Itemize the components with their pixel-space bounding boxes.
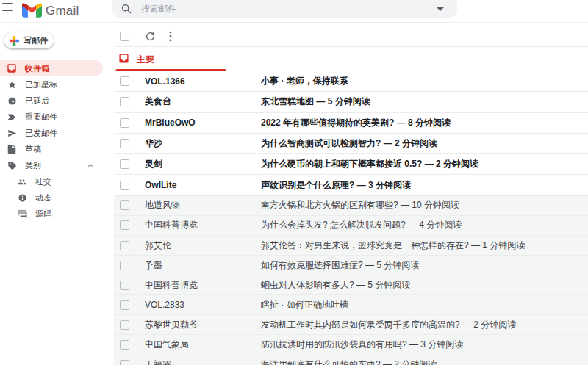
search-bar — [112, 0, 457, 18]
collapse-chevron-icon[interactable] — [88, 163, 93, 167]
email-row[interactable]: 美食台 东北雪糕地图 — 5 分钟阅读 — [114, 92, 588, 112]
email-subject: 小事 · 老师，保持联系 — [261, 75, 588, 87]
email-checkbox[interactable] — [120, 159, 129, 169]
email-row[interactable]: 苏黎世贝勒爷 发动机工作时其内部是如何承受两千多度的高温的? — 2 分钟阅读 — [114, 315, 588, 335]
more-options-icon[interactable] — [169, 31, 172, 42]
email-row[interactable]: 中国科普博览 为什么会掉头发? 怎么解决脱发问题? — 4 分钟阅读 — [114, 216, 588, 236]
sidebar-item-label: 已延后 — [25, 95, 49, 106]
email-checkbox[interactable] — [120, 320, 129, 330]
email-row[interactable]: 灵剑 为什么硬币的朝上和朝下概率都接近 0.5? — 2 分钟阅读 — [114, 154, 588, 175]
sidebar-item-important[interactable]: 重要邮件 — [0, 109, 110, 125]
email-subject: 东北雪糕地图 — 5 分钟阅读 — [261, 95, 588, 108]
email-subject: 发动机工作时其内部是如何承受两千多度的高温的? — 2 分钟阅读 — [261, 319, 588, 331]
email-subject: 为什么智商测试可以检测智力? — 2 分钟阅读 — [261, 137, 588, 150]
email-checkbox[interactable] — [120, 261, 129, 270]
search-options-dropdown-icon[interactable] — [437, 7, 444, 11]
email-sender: 华沙 — [145, 137, 261, 150]
email-sender: 美食台 — [145, 95, 261, 108]
sidebar-nav: 收件箱 已加星标 已延后 重要邮件 已发邮件 — [0, 60, 110, 222]
email-checkbox[interactable] — [120, 241, 129, 250]
email-list: VOL.1366 小事 · 老师，保持联系 美食台 东北雪糕地图 — 5 分钟阅… — [114, 71, 588, 365]
gmail-logo-icon — [22, 2, 42, 18]
sidebar-item-categories[interactable]: 类别 — [0, 157, 110, 173]
email-row[interactable]: 中国科普博览 蛔虫对人体影响有多大? — 5 分钟阅读 — [114, 275, 588, 295]
email-row[interactable]: 郭艾伦 郭艾伦答：对男生来说，篮球究竟是一种怎样的存在? — 1 分钟阅读 — [114, 236, 588, 256]
search-input[interactable] — [141, 4, 437, 14]
select-all-checkbox[interactable] — [120, 32, 129, 41]
email-sender: 王福霖 — [145, 358, 261, 365]
email-checkbox[interactable] — [120, 200, 129, 210]
sidebar: 写邮件 收件箱 已加星标 已延后 重要邮件 — [0, 23, 110, 365]
email-checkbox[interactable] — [120, 76, 129, 86]
sidebar-item-inbox[interactable]: 收件箱 — [0, 60, 103, 76]
email-row[interactable]: 地道风物 南方火锅和北方火锅的区别有哪些? — 10 分钟阅读 — [114, 196, 588, 216]
email-subject: 瞎扯 · 如何正确地吐槽 — [261, 299, 588, 311]
email-subject: 如何有效克服选择困难症? — 5 分钟阅读 — [261, 259, 588, 272]
draft-icon — [7, 144, 17, 154]
inbox-icon — [7, 63, 17, 73]
primary-tab-icon — [118, 53, 129, 64]
menu-icon[interactable] — [2, 3, 13, 11]
sidebar-item-label: 已发邮件 — [25, 128, 57, 139]
email-sender: VOL.1366 — [145, 76, 261, 87]
sidebar-item-snoozed[interactable]: 已延后 — [0, 93, 110, 109]
email-subject: 海洋里到底有什么可怕的东西? — 2 分钟阅读 — [261, 358, 588, 365]
star-icon — [7, 79, 17, 90]
importance-marker-icon — [7, 112, 17, 122]
email-row[interactable]: MrBlueOwO 2022 年有哪些值得期待的英美剧? — 8 分钟阅读 — [114, 113, 588, 134]
email-subject: 为什么硬币的朝上和朝下概率都接近 0.5? — 2 分钟阅读 — [261, 158, 588, 170]
email-sender: 苏黎世贝勒爷 — [145, 319, 261, 331]
info-icon — [17, 192, 27, 203]
email-row[interactable]: 中国气象局 防汛抗洪时用的防汛沙袋真的有用吗? — 3 分钟阅读 — [114, 335, 588, 355]
sidebar-item-starred[interactable]: 已加星标 — [0, 76, 110, 93]
email-checkbox[interactable] — [120, 281, 129, 290]
label-icon — [7, 160, 17, 170]
sidebar-item-social[interactable]: 社交 — [0, 173, 110, 189]
compose-button[interactable]: 写邮件 — [4, 32, 54, 48]
email-sender: 中国科普博览 — [145, 219, 261, 231]
email-checkbox[interactable] — [120, 181, 129, 190]
search-icon[interactable] — [121, 4, 132, 14]
sidebar-item-forums[interactable]: 源码 — [0, 206, 110, 222]
email-row[interactable]: 予墨 如何有效克服选择困难症? — 5 分钟阅读 — [114, 256, 588, 275]
email-subject: 郭艾伦答：对男生来说，篮球究竟是一种怎样的存在? — 1 分钟阅读 — [261, 239, 588, 252]
multicolor-plus-icon — [10, 36, 19, 46]
email-checkbox[interactable] — [120, 340, 129, 350]
email-sender: 中国科普博览 — [145, 279, 261, 292]
email-row[interactable]: VOL.2833 瞎扯 · 如何正确地吐槽 — [114, 295, 588, 315]
email-checkbox[interactable] — [120, 139, 129, 148]
email-subject: 声纹识别是个什么原理? — 3 分钟阅读 — [261, 179, 588, 192]
sidebar-item-label: 社交 — [35, 176, 51, 187]
email-checkbox[interactable] — [120, 118, 129, 128]
email-subject: 南方火锅和北方火锅的区别有哪些? — 10 分钟阅读 — [261, 199, 588, 212]
primary-tab-label: 主要 — [137, 54, 154, 66]
sidebar-item-sent[interactable]: 已发邮件 — [0, 125, 110, 141]
email-row[interactable]: VOL.1366 小事 · 老师，保持联系 — [114, 71, 588, 92]
clock-icon — [7, 95, 17, 106]
email-sender: MrBlueOwO — [145, 118, 261, 128]
category-tabs: 主要 — [114, 49, 588, 71]
email-checkbox[interactable] — [120, 220, 129, 230]
sidebar-item-label: 类别 — [25, 160, 41, 171]
email-checkbox[interactable] — [120, 97, 129, 106]
sidebar-item-updates[interactable]: 动态 — [0, 189, 110, 206]
refresh-icon[interactable] — [145, 31, 156, 42]
send-icon — [7, 128, 17, 138]
sidebar-item-label: 收件箱 — [25, 63, 49, 74]
sidebar-item-label: 草稿 — [25, 144, 41, 155]
email-subject: 防汛抗洪时用的防汛沙袋真的有用吗? — 3 分钟阅读 — [261, 339, 588, 351]
tab-primary[interactable]: 主要 — [114, 49, 226, 71]
sidebar-item-label: 动态 — [35, 192, 51, 203]
email-checkbox[interactable] — [120, 300, 129, 310]
email-sender: OwlLite — [145, 180, 261, 190]
email-subject: 蛔虫对人体影响有多大? — 5 分钟阅读 — [261, 279, 588, 292]
email-checkbox[interactable] — [120, 360, 129, 365]
email-sender: VOL.2833 — [145, 300, 261, 310]
email-row[interactable]: OwlLite 声纹识别是个什么原理? — 3 分钟阅读 — [114, 175, 588, 195]
email-subject: 为什么会掉头发? 怎么解决脱发问题? — 4 分钟阅读 — [261, 219, 588, 231]
sidebar-item-drafts[interactable]: 草稿 — [0, 141, 110, 157]
email-row[interactable]: 王福霖 海洋里到底有什么可怕的东西? — 2 分钟阅读 — [114, 355, 588, 365]
email-row[interactable]: 华沙 为什么智商测试可以检测智力? — 2 分钟阅读 — [114, 134, 588, 154]
sidebar-item-label: 已加星标 — [25, 79, 57, 90]
email-sender: 郭艾伦 — [145, 239, 261, 252]
